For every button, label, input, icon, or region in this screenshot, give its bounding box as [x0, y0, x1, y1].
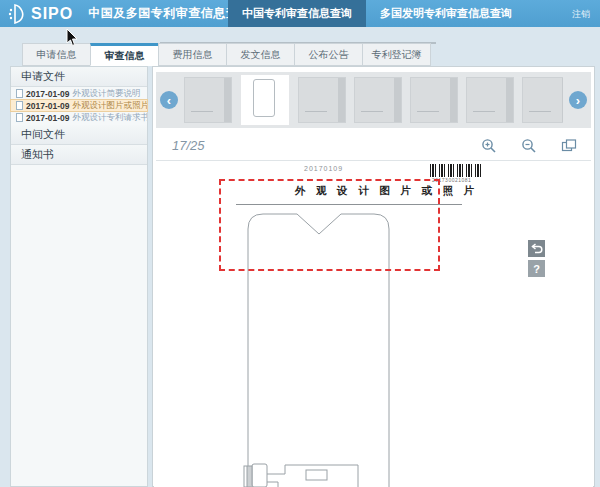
file-icon	[16, 113, 23, 122]
section-intermediate-files[interactable]: 中间文件	[11, 125, 147, 145]
page-thumbnail[interactable]	[466, 77, 514, 123]
prev-page-icon[interactable]: ‹	[160, 91, 178, 109]
tabbar: 申请信息 审查信息 费用信息 发文信息 公布公告 专利登记簿	[22, 43, 430, 66]
nav-multi-country-query[interactable]: 多国发明专利审查信息查询	[366, 0, 526, 27]
file-name: 外观设计专利请求书	[72, 112, 147, 123]
help-button[interactable]: ?	[528, 260, 545, 277]
file-item-brief-description[interactable]: 2017-01-09 外观设计简要说明	[11, 88, 147, 99]
next-page-icon[interactable]: ›	[569, 91, 587, 109]
thumbnail-list	[184, 74, 563, 126]
page-thumbnail[interactable]	[184, 77, 232, 123]
file-icon	[16, 101, 23, 110]
tab-examination-info[interactable]: 审查信息	[90, 43, 159, 66]
file-name: 外观设计简要说明	[72, 88, 140, 99]
tab-publication-info[interactable]: 公布公告	[294, 43, 363, 66]
file-icon	[16, 89, 23, 98]
document-page: 20170109 201730021081 外 观 设 计 图 片 或 照 片	[154, 162, 593, 487]
section-notifications[interactable]: 通知书	[11, 145, 147, 165]
page-thumbnail[interactable]	[522, 77, 563, 123]
return-button[interactable]	[528, 240, 545, 257]
app-header: SIPO 中国及多国专利审查信息查询 中国专利审查信息查询 多国发明专利审查信息…	[0, 0, 600, 27]
file-name: 外观设计图片或照片	[72, 100, 147, 111]
logo-text: SIPO	[31, 5, 73, 23]
thumbnail-strip: ‹ ›	[156, 72, 591, 128]
tab-application-info[interactable]: 申请信息	[22, 43, 91, 66]
sipo-logo: SIPO 中国及多国专利审查信息查询	[0, 4, 251, 24]
tab-patent-register[interactable]: 专利登记簿	[362, 43, 431, 66]
toolbar-icons	[481, 138, 577, 154]
selection-annotation	[219, 179, 440, 271]
logout-link[interactable]: 注销	[572, 8, 590, 21]
file-date: 2017-01-09	[26, 113, 69, 123]
app-title: 中国及多国专利审查信息查询	[88, 5, 251, 22]
zoom-out-icon[interactable]	[521, 138, 537, 154]
document-sidebar: 申请文件 2017-01-09 外观设计简要说明 2017-01-09 外观设计…	[10, 66, 148, 487]
section-application-files[interactable]: 申请文件	[11, 67, 147, 87]
return-arrow-icon	[531, 243, 543, 254]
viewer-toolbar: 17/25	[156, 131, 591, 161]
file-item-patent-request[interactable]: 2017-01-09 外观设计专利请求书	[11, 112, 147, 123]
nav-china-patent-query[interactable]: 中国专利审查信息查询	[228, 0, 366, 27]
file-date: 2017-01-09	[26, 101, 69, 111]
patent-query-app: SIPO 中国及多国专利审查信息查询 中国专利审查信息查询 多国发明专利审查信息…	[0, 0, 600, 487]
zoom-in-icon[interactable]	[481, 138, 497, 154]
viewer-panel: ‹ › 17/25	[152, 66, 595, 487]
page-thumbnail-selected[interactable]	[240, 74, 290, 126]
tab-fee-info[interactable]: 费用信息	[158, 43, 227, 66]
page-indicator: 17/25	[172, 138, 205, 153]
page-thumbnail[interactable]	[354, 77, 402, 123]
file-item-design-images[interactable]: 2017-01-09 外观设计图片或照片	[11, 100, 147, 111]
page-thumbnail[interactable]	[298, 77, 346, 123]
tab-issued-docs-info[interactable]: 发文信息	[226, 43, 295, 66]
top-nav: 中国专利审查信息查询 多国发明专利审查信息查询	[228, 0, 526, 27]
page-thumbnail[interactable]	[410, 77, 458, 123]
open-new-window-icon[interactable]	[561, 138, 577, 154]
sipo-logo-icon	[8, 4, 26, 24]
file-date: 2017-01-09	[26, 89, 69, 99]
